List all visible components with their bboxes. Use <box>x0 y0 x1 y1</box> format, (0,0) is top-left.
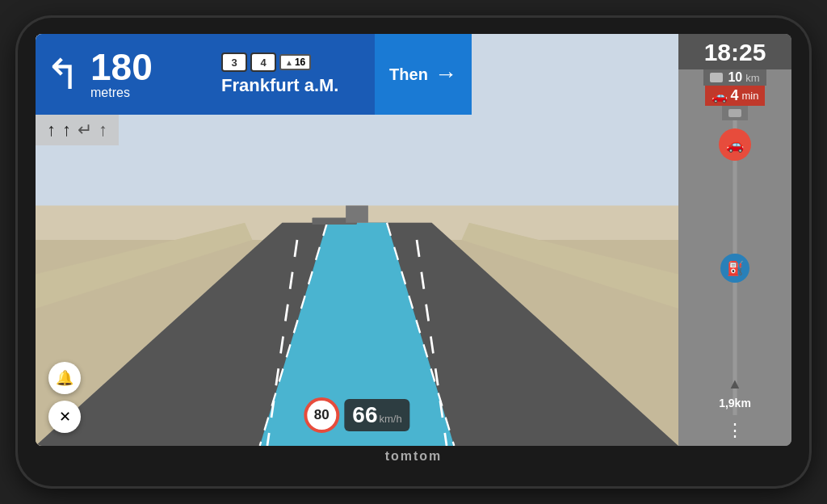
speed-limit-indicator: 80 <box>304 397 339 433</box>
traffic-delay-unit: min <box>742 90 759 102</box>
route-distance-value: 1,9km <box>719 397 751 410</box>
brand-label: tomtom <box>385 449 443 464</box>
sound-icon: 🔔 <box>56 369 73 387</box>
nav-distance-display: 180 metres <box>90 48 153 100</box>
bottom-left-controls: 🔔 ✕ <box>48 362 81 433</box>
nav-bar: ↰ 180 metres 3 4 ▲ 16 <box>36 34 678 115</box>
traffic-delay-value: 4 <box>731 87 739 104</box>
road-badges: 3 4 ▲ 16 <box>221 52 367 72</box>
close-icon: ✕ <box>59 408 71 426</box>
time-block: 18:25 <box>678 34 791 69</box>
current-time: 18:25 <box>704 39 766 66</box>
lane-arrow-1: ↑ <box>47 120 56 141</box>
separator-row <box>722 106 748 120</box>
speed-limit-badge: ▲ 16 <box>279 54 311 70</box>
distance-unit-label: km <box>745 72 759 84</box>
nav-distance-block: ↰ 180 metres <box>36 34 213 115</box>
distance-row: 10 km <box>703 69 766 86</box>
traffic-row: 🚗 4 min <box>705 86 766 106</box>
right-panel: 18:25 10 km 🚗 4 min <box>678 34 791 446</box>
lane-arrow-4: ↑ <box>99 120 107 141</box>
lane-arrow-3: ↵ <box>78 120 92 141</box>
map-area[interactable]: ↰ 180 metres 3 4 ▲ 16 <box>36 34 678 446</box>
speed-display: 80 66 km/h <box>304 397 409 433</box>
traffic-marker-car: 🚗 <box>719 128 751 161</box>
lane-arrow-2: ↑ <box>62 120 71 141</box>
turn-arrow-icon: ↰ <box>45 53 81 95</box>
distance-unit: metres <box>90 86 130 100</box>
then-label: Then <box>389 65 428 84</box>
speed-icon: ▲ <box>285 58 293 67</box>
nav-then-block: Then → <box>375 34 472 115</box>
close-button[interactable]: ✕ <box>48 401 81 433</box>
car-icon: 🚗 <box>726 136 744 153</box>
road-name: Frankfurt a.M. <box>221 75 367 96</box>
speed-limit-value: 16 <box>295 57 305 68</box>
screen: ↰ 180 metres 3 4 ▲ 16 <box>36 34 791 446</box>
sound-button[interactable]: 🔔 <box>48 362 81 394</box>
fuel-icon: ⛽ <box>727 260 744 277</box>
road-info-block: 3 4 ▲ 16 Frankfurt a.M. <box>213 34 375 115</box>
fuel-marker: ⛽ <box>720 254 749 283</box>
lane-guidance: ↑ ↑ ↵ ↑ <box>36 115 119 145</box>
separator-icon <box>728 109 741 117</box>
then-arrow-icon: → <box>434 61 457 87</box>
traffic-car-icon: 🚗 <box>712 88 728 103</box>
compass-icon: ▲ <box>728 376 742 392</box>
distance-number: 180 <box>90 48 153 86</box>
road-badge-4: 4 <box>250 52 276 72</box>
road-badge-3: 3 <box>221 52 247 72</box>
current-speed-number: 66 <box>352 402 377 428</box>
svg-rect-14 <box>346 206 368 223</box>
device-shell: ↰ 180 metres 3 4 ▲ 16 <box>18 18 809 486</box>
speed-limit-number: 80 <box>314 407 330 423</box>
dots-icon: ⋮ <box>723 417 747 443</box>
route-distance-display: 1,9km <box>719 396 751 410</box>
current-speed-display: 66 km/h <box>344 399 409 431</box>
more-options-button[interactable]: ⋮ <box>678 415 791 446</box>
distance-icon <box>710 73 723 82</box>
distance-value: 10 <box>728 70 742 85</box>
route-indicators: 🚗 ⛽ ▲ 1,9km <box>719 120 751 415</box>
compass-indicator: ▲ <box>728 376 742 393</box>
current-speed-unit: km/h <box>379 413 401 425</box>
